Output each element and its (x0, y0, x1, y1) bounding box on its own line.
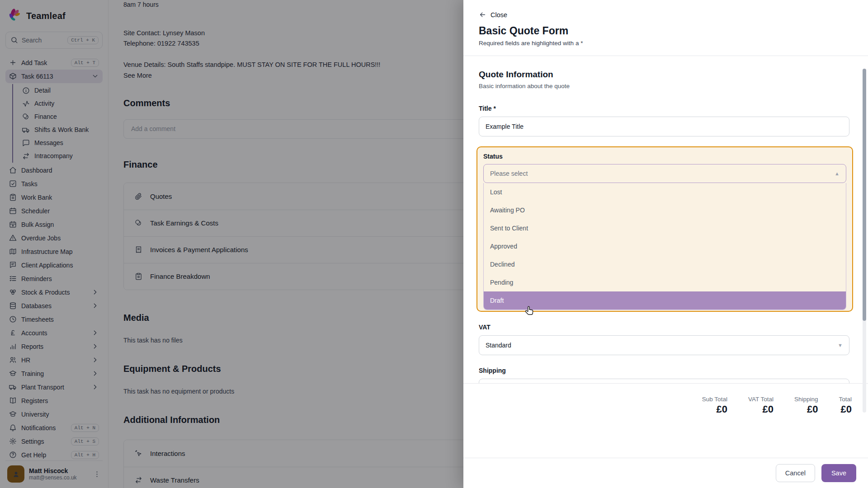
total-value: £0 (748, 404, 774, 415)
status-option[interactable]: Declined (484, 255, 846, 273)
panel-subtitle: Required fields are highlighted with a * (479, 40, 853, 47)
shipping-field-label: Shipping (479, 367, 849, 374)
title-field-value: Example Title (486, 123, 524, 130)
status-option[interactable]: Pending (484, 273, 846, 291)
scrollbar-track[interactable] (863, 69, 866, 413)
status-field-label: Status (483, 153, 846, 160)
status-field-highlight: Status Please select ▲ Lost Awaiting PO … (476, 146, 853, 312)
title-field[interactable]: Example Title (479, 117, 849, 136)
scrollbar-thumb[interactable] (863, 69, 866, 321)
status-option-label: Sent to Client (490, 225, 528, 232)
title-field-label: Title * (479, 105, 849, 112)
quote-form-body: Quote Information Basic information abou… (463, 56, 868, 458)
total-cell: Sub Total £0 (702, 396, 727, 415)
vat-field-label: VAT (479, 324, 849, 331)
status-option-label: Declined (490, 261, 514, 268)
status-option-label: Approved (490, 243, 517, 250)
total-value: £0 (839, 404, 852, 415)
total-label: VAT Total (748, 396, 774, 403)
total-label: Shipping (794, 396, 818, 403)
total-cell: Shipping £0 (794, 396, 818, 415)
total-label: Sub Total (702, 396, 727, 403)
quote-info-subtitle: Basic information about the quote (479, 83, 849, 89)
status-option-label: Awaiting PO (490, 206, 525, 214)
status-option[interactable]: Lost (484, 183, 846, 201)
status-option[interactable]: Draft (484, 291, 846, 310)
status-select[interactable]: Please select ▲ (483, 164, 846, 183)
total-label: Total (839, 396, 852, 403)
quote-info-heading: Quote Information (479, 70, 849, 80)
close-button[interactable]: Close (479, 11, 507, 19)
vat-select[interactable]: Standard ▼ (479, 335, 849, 355)
status-option[interactable]: Sent to Client (484, 219, 846, 237)
status-placeholder: Please select (490, 170, 528, 177)
status-option[interactable]: Approved (484, 237, 846, 255)
arrow-left-icon (479, 11, 486, 19)
quote-form-panel: Close Basic Quote Form Required fields a… (463, 0, 868, 488)
status-option[interactable]: Awaiting PO (484, 201, 846, 219)
panel-footer: Cancel Save (463, 458, 868, 488)
save-button[interactable]: Save (821, 464, 856, 482)
total-value: £0 (702, 404, 727, 415)
vat-select-value: Standard (486, 342, 511, 349)
status-option-label: Lost (490, 188, 502, 196)
total-cell: VAT Total £0 (748, 396, 774, 415)
app-root: Teamleaf Search Ctrl + K Add Task Alt + … (0, 0, 868, 488)
total-cell: Total £0 (839, 396, 852, 415)
status-option-label: Draft (490, 297, 504, 304)
total-value: £0 (794, 404, 818, 415)
close-label: Close (491, 11, 507, 19)
totals-bar: Sub Total £0 VAT Total £0 Shipping £0 To… (463, 383, 868, 427)
panel-title: Basic Quote Form (479, 25, 853, 37)
chevron-up-icon: ▲ (835, 171, 840, 176)
status-option-label: Pending (490, 279, 513, 286)
status-option-list: Lost Awaiting PO Sent to Client Approved… (483, 183, 846, 310)
modal-backdrop[interactable] (0, 0, 463, 488)
chevron-down-icon: ▼ (838, 343, 843, 348)
cancel-button[interactable]: Cancel (776, 464, 815, 482)
